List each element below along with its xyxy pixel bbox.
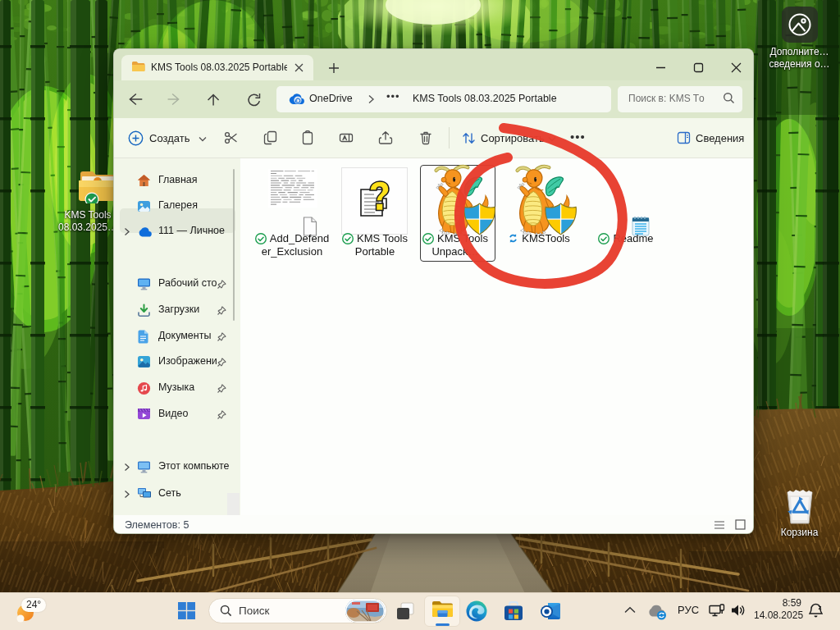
svg-text:z: z xyxy=(819,604,822,611)
